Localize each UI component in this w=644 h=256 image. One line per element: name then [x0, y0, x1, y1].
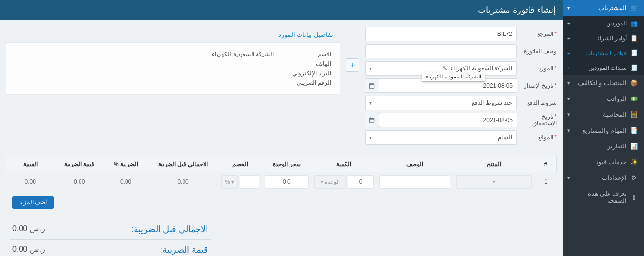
table-row: 1 ▾ الوحدة▾: [6, 172, 557, 191]
discount-input[interactable]: [240, 175, 259, 189]
sidebar-label: فواتير المشتريات: [586, 50, 627, 56]
users-icon: 👥: [630, 20, 638, 27]
vendor-phone-label: الهاتف: [274, 60, 331, 67]
label-terms: شروط الدفع: [517, 100, 557, 106]
sidebar-label: الرواتب: [607, 95, 627, 102]
sidebar-submenu-purchases: 👥 الموردين + 📋 أوامر الشراء + 🧾 فواتير ا…: [563, 16, 644, 75]
th-num: #: [535, 156, 557, 172]
chevron-down-icon: ▾: [567, 5, 570, 11]
cursor-icon: ↖: [442, 64, 448, 72]
sidebar-label: تعرف على هذه الصفحة: [568, 190, 627, 204]
plus-icon[interactable]: +: [567, 65, 570, 71]
caret-down-icon[interactable]: ▾: [365, 61, 376, 76]
table-header-row: # المنتج الوصف الكمية سعر الوحدة الخصم ا…: [6, 156, 557, 172]
cart-icon: 🛒: [630, 4, 638, 11]
location-select[interactable]: [376, 130, 517, 145]
sidebar-item-tasks[interactable]: 📑 المهام والمشاريع ▾: [563, 122, 644, 138]
th-tax-amt: قيمة الضريبة: [55, 156, 104, 172]
sidebar-label: المحاسبة: [603, 111, 627, 118]
th-tax-pct: الضريبة %: [104, 156, 148, 172]
sidebar-item-learn[interactable]: ℹ تعرف على هذه الصفحة: [563, 186, 644, 209]
label-vendor: *المورد: [517, 65, 557, 72]
caret-down-icon[interactable]: ▾: [365, 130, 376, 145]
label-reference: *المرجع: [517, 31, 557, 37]
sidebar-label: سندات الموردين: [588, 65, 627, 71]
main: إنشاء فاتورة مشتريات *المرجع وصف الفاتور…: [0, 0, 563, 256]
th-unit-price: سعر الوحدة: [262, 156, 311, 172]
vendor-phone-value: [15, 60, 274, 67]
tax-label: قيمة الضريبة:: [160, 245, 208, 255]
money-icon: 💵: [630, 95, 638, 102]
sidebar-item-reports[interactable]: 📊 التقارير: [563, 138, 644, 154]
cell-num: 1: [535, 172, 557, 191]
discount-type-select[interactable]: % ▾: [221, 175, 238, 189]
description-input[interactable]: [365, 44, 517, 58]
line-items-table: # المنتج الوصف الكمية سعر الوحدة الخصم ا…: [6, 156, 557, 191]
sidebar-item-purchase-orders[interactable]: 📋 أوامر الشراء +: [563, 31, 644, 45]
label-location: *الموقع: [517, 134, 557, 141]
sidebar: 🛒 المشتريات ▾ 👥 الموردين + 📋 أوامر الشرا…: [563, 0, 644, 256]
unit-price-input[interactable]: [265, 175, 308, 189]
tax-value: 0.00 ر.س: [12, 245, 45, 255]
sidebar-item-accounting[interactable]: 🧮 المحاسبة ▾: [563, 107, 644, 122]
calendar-icon[interactable]: [365, 78, 379, 93]
add-line-button[interactable]: أضف المزيد: [12, 196, 54, 209]
qty-input[interactable]: [348, 175, 374, 189]
vendor-tax-value: [15, 79, 274, 86]
chevron-down-icon: ▾: [567, 175, 570, 181]
invoice-icon: 🧾: [630, 49, 638, 56]
label-issue-date: *تاريخ الإصدار: [517, 82, 557, 89]
vendor-card: تفاصيل بيانات المورد الاسمالشركة السعودي…: [6, 27, 340, 147]
plus-icon[interactable]: +: [567, 35, 570, 41]
terms-select[interactable]: [376, 96, 517, 110]
gear-icon: ⚙: [630, 174, 638, 181]
caret-down-icon: ▾: [493, 179, 495, 185]
tasks-icon: 📑: [630, 127, 638, 134]
vendor-name-label: الاسم: [274, 51, 331, 57]
th-total: القيمة: [6, 156, 55, 172]
receipt-icon: 🧾: [630, 64, 638, 71]
vendor-tax-label: الرقم الضريبي: [274, 79, 331, 86]
chevron-down-icon: ▾: [567, 80, 570, 86]
cell-subtotal: 0.00: [148, 172, 218, 191]
clipboard-icon: 📋: [630, 34, 638, 42]
th-discount: الخصم: [218, 156, 262, 172]
sidebar-item-purchase-bills[interactable]: 🧾 فواتير المشتريات +: [563, 45, 644, 60]
calc-icon: 🧮: [630, 111, 638, 118]
calendar-icon[interactable]: [365, 113, 379, 127]
cell-total: 0.00: [6, 172, 55, 191]
label-due-date: *تاريخ الاستحقاق: [517, 113, 557, 127]
plus-icon[interactable]: +: [567, 21, 570, 26]
sidebar-item-payroll[interactable]: 💵 الرواتب ▾: [563, 91, 644, 107]
cell-tax-amt: 0.00: [55, 172, 104, 191]
sidebar-item-products[interactable]: 📦 المنتجات والتكاليف ▾: [563, 75, 644, 91]
desc-input[interactable]: [380, 175, 450, 189]
sidebar-label: أوامر الشراء: [597, 35, 627, 42]
sidebar-label: خدمات قيود: [596, 158, 627, 166]
th-subtotal: الاجمالي قبل الضريبة: [148, 156, 218, 172]
reference-input[interactable]: [365, 27, 517, 41]
product-select[interactable]: ▾: [456, 175, 532, 189]
unit-select[interactable]: الوحدة▾: [314, 175, 346, 189]
label-description: وصف الفاتورة: [517, 48, 557, 55]
sidebar-item-purchases[interactable]: 🛒 المشتريات ▾: [563, 0, 644, 16]
due-date-input[interactable]: [379, 113, 517, 127]
sidebar-item-settings[interactable]: ⚙ الإعدادات ▾: [563, 170, 644, 186]
sidebar-label: الإعدادات: [602, 174, 627, 181]
vendor-email-label: البريد الإلكتروني: [274, 70, 331, 77]
sidebar-item-journal[interactable]: ✨ خدمات قيود: [563, 154, 644, 170]
caret-down-icon[interactable]: ▾: [365, 96, 376, 110]
sidebar-label: المنتجات والتكاليف: [578, 79, 627, 87]
vendor-card-title: تفاصيل بيانات المورد: [6, 27, 340, 43]
form-column: *المرجع وصف الفاتورة *المورد ▾ الشر: [365, 27, 557, 147]
plus-icon[interactable]: +: [567, 50, 570, 56]
cell-tax-pct: 0.00: [104, 172, 148, 191]
chevron-down-icon: ▾: [567, 127, 570, 134]
sidebar-item-vendor-payments[interactable]: 🧾 سندات الموردين +: [563, 60, 644, 75]
th-qty: الكمية: [311, 156, 377, 172]
subtotal-label: الاجمالي قبل الضريبة:: [131, 224, 208, 234]
add-vendor-button[interactable]: +: [346, 58, 359, 72]
vendor-tooltip: الشركة السعودية للكهرباء: [422, 72, 485, 82]
sidebar-item-vendors[interactable]: 👥 الموردين +: [563, 16, 644, 31]
page-title: إنشاء فاتورة مشتريات: [0, 0, 563, 20]
